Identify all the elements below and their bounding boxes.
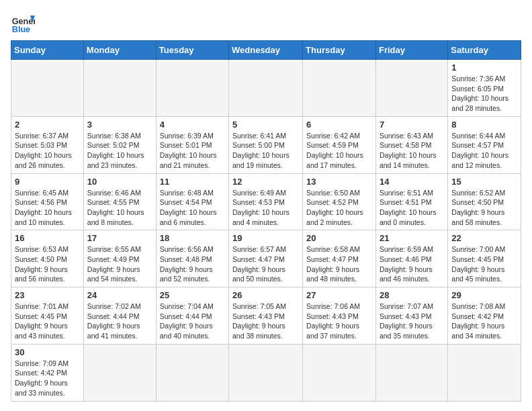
calendar-cell: 7Sunrise: 6:43 AM Sunset: 4:58 PM Daylig…: [375, 116, 447, 173]
calendar-cell: 19Sunrise: 6:57 AM Sunset: 4:47 PM Dayli…: [229, 230, 303, 287]
calendar-cell: [303, 60, 376, 117]
calendar-cell: 11Sunrise: 6:48 AM Sunset: 4:54 PM Dayli…: [156, 173, 228, 230]
day-number: 11: [160, 177, 225, 187]
weekday-header: Sunday: [11, 41, 84, 60]
day-number: 5: [232, 120, 299, 130]
day-info: Sunrise: 7:02 AM Sunset: 4:44 PM Dayligh…: [87, 302, 152, 341]
calendar-cell: [83, 60, 156, 117]
weekday-header: Monday: [83, 41, 156, 60]
day-number: 6: [306, 120, 372, 130]
calendar-cell: 14Sunrise: 6:51 AM Sunset: 4:51 PM Dayli…: [375, 173, 447, 230]
calendar-cell: [375, 344, 447, 401]
day-number: 17: [87, 233, 152, 243]
page-header: General Blue: [11, 11, 521, 35]
calendar-cell: 9Sunrise: 6:45 AM Sunset: 4:56 PM Daylig…: [11, 173, 84, 230]
calendar-cell: 16Sunrise: 6:53 AM Sunset: 4:50 PM Dayli…: [11, 230, 84, 287]
calendar-cell: 27Sunrise: 7:06 AM Sunset: 4:43 PM Dayli…: [303, 287, 376, 345]
calendar-row: 2Sunrise: 6:37 AM Sunset: 5:03 PM Daylig…: [11, 116, 521, 173]
day-info: Sunrise: 7:07 AM Sunset: 4:43 PM Dayligh…: [380, 302, 444, 341]
calendar-cell: 20Sunrise: 6:58 AM Sunset: 4:47 PM Dayli…: [303, 230, 376, 287]
calendar-cell: [156, 60, 228, 117]
day-number: 21: [380, 233, 444, 243]
calendar-cell: [229, 60, 303, 117]
day-info: Sunrise: 6:43 AM Sunset: 4:58 PM Dayligh…: [380, 131, 444, 171]
day-number: 9: [15, 177, 80, 187]
calendar-cell: 21Sunrise: 6:59 AM Sunset: 4:46 PM Dayli…: [375, 230, 447, 287]
calendar-cell: 5Sunrise: 6:41 AM Sunset: 5:00 PM Daylig…: [229, 116, 303, 173]
calendar-cell: 22Sunrise: 7:00 AM Sunset: 4:45 PM Dayli…: [448, 230, 521, 287]
calendar-table: SundayMondayTuesdayWednesdayThursdayFrid…: [11, 40, 521, 402]
calendar-cell: [303, 344, 376, 401]
day-info: Sunrise: 6:37 AM Sunset: 5:03 PM Dayligh…: [15, 131, 80, 171]
logo: General Blue: [11, 11, 35, 35]
weekday-header: Wednesday: [229, 41, 303, 60]
day-number: 3: [87, 120, 152, 130]
weekday-header: Saturday: [448, 41, 521, 60]
day-number: 25: [160, 290, 225, 300]
calendar-row: 1Sunrise: 7:36 AM Sunset: 6:05 PM Daylig…: [11, 60, 521, 117]
weekday-header: Thursday: [303, 41, 376, 60]
day-info: Sunrise: 7:06 AM Sunset: 4:43 PM Dayligh…: [306, 302, 372, 341]
day-number: 1: [451, 62, 517, 73]
day-info: Sunrise: 6:50 AM Sunset: 4:52 PM Dayligh…: [306, 188, 372, 228]
day-number: 18: [160, 233, 225, 243]
day-number: 8: [451, 120, 517, 130]
day-number: 27: [306, 290, 372, 300]
calendar-cell: 1Sunrise: 7:36 AM Sunset: 6:05 PM Daylig…: [448, 60, 521, 117]
day-number: 2: [15, 120, 80, 130]
day-number: 22: [451, 233, 517, 243]
day-info: Sunrise: 7:00 AM Sunset: 4:45 PM Dayligh…: [451, 244, 517, 284]
calendar-cell: 3Sunrise: 6:38 AM Sunset: 5:02 PM Daylig…: [83, 116, 156, 173]
svg-text:Blue: Blue: [12, 25, 30, 34]
day-info: Sunrise: 7:09 AM Sunset: 4:42 PM Dayligh…: [15, 359, 80, 398]
calendar-cell: 15Sunrise: 6:52 AM Sunset: 4:50 PM Dayli…: [448, 173, 521, 230]
day-info: Sunrise: 6:45 AM Sunset: 4:56 PM Dayligh…: [15, 188, 80, 228]
calendar-cell: [83, 344, 156, 401]
calendar-cell: 12Sunrise: 6:49 AM Sunset: 4:53 PM Dayli…: [229, 173, 303, 230]
day-info: Sunrise: 7:36 AM Sunset: 6:05 PM Dayligh…: [451, 74, 517, 113]
calendar-cell: 2Sunrise: 6:37 AM Sunset: 5:03 PM Daylig…: [11, 116, 84, 173]
calendar-cell: [156, 344, 228, 401]
calendar-cell: 8Sunrise: 6:44 AM Sunset: 4:57 PM Daylig…: [448, 116, 521, 173]
calendar-cell: 23Sunrise: 7:01 AM Sunset: 4:45 PM Dayli…: [11, 287, 84, 345]
weekday-header: Tuesday: [156, 41, 228, 60]
day-info: Sunrise: 6:42 AM Sunset: 4:59 PM Dayligh…: [306, 131, 372, 171]
day-number: 16: [15, 233, 80, 243]
day-number: 20: [306, 233, 372, 243]
calendar-cell: 10Sunrise: 6:46 AM Sunset: 4:55 PM Dayli…: [83, 173, 156, 230]
day-info: Sunrise: 6:57 AM Sunset: 4:47 PM Dayligh…: [232, 244, 299, 284]
calendar-row: 16Sunrise: 6:53 AM Sunset: 4:50 PM Dayli…: [11, 230, 521, 287]
calendar-cell: 25Sunrise: 7:04 AM Sunset: 4:44 PM Dayli…: [156, 287, 228, 345]
day-info: Sunrise: 7:05 AM Sunset: 4:43 PM Dayligh…: [232, 302, 299, 341]
weekday-header-row: SundayMondayTuesdayWednesdayThursdayFrid…: [11, 41, 521, 60]
day-info: Sunrise: 6:53 AM Sunset: 4:50 PM Dayligh…: [15, 244, 80, 284]
day-number: 19: [232, 233, 299, 243]
day-info: Sunrise: 6:52 AM Sunset: 4:50 PM Dayligh…: [451, 188, 517, 228]
day-number: 23: [15, 290, 80, 300]
day-number: 7: [380, 120, 444, 130]
day-number: 29: [451, 290, 517, 300]
day-info: Sunrise: 6:46 AM Sunset: 4:55 PM Dayligh…: [87, 188, 152, 228]
calendar-cell: [448, 344, 521, 401]
day-info: Sunrise: 6:49 AM Sunset: 4:53 PM Dayligh…: [232, 188, 299, 228]
calendar-cell: 30Sunrise: 7:09 AM Sunset: 4:42 PM Dayli…: [11, 344, 84, 401]
day-number: 26: [232, 290, 299, 300]
calendar-cell: [375, 60, 447, 117]
day-info: Sunrise: 6:55 AM Sunset: 4:49 PM Dayligh…: [87, 244, 152, 284]
day-info: Sunrise: 6:58 AM Sunset: 4:47 PM Dayligh…: [306, 244, 372, 284]
day-number: 28: [380, 290, 444, 300]
calendar-cell: 26Sunrise: 7:05 AM Sunset: 4:43 PM Dayli…: [229, 287, 303, 345]
calendar-cell: 17Sunrise: 6:55 AM Sunset: 4:49 PM Dayli…: [83, 230, 156, 287]
calendar-cell: 28Sunrise: 7:07 AM Sunset: 4:43 PM Dayli…: [375, 287, 447, 345]
day-number: 12: [232, 177, 299, 187]
calendar-cell: 13Sunrise: 6:50 AM Sunset: 4:52 PM Dayli…: [303, 173, 376, 230]
calendar-row: 23Sunrise: 7:01 AM Sunset: 4:45 PM Dayli…: [11, 287, 521, 345]
day-info: Sunrise: 6:48 AM Sunset: 4:54 PM Dayligh…: [160, 188, 225, 228]
day-info: Sunrise: 7:01 AM Sunset: 4:45 PM Dayligh…: [15, 302, 80, 341]
day-info: Sunrise: 6:38 AM Sunset: 5:02 PM Dayligh…: [87, 131, 152, 171]
logo-icon: General Blue: [11, 11, 35, 35]
weekday-header: Friday: [375, 41, 447, 60]
day-number: 4: [160, 120, 225, 130]
calendar-cell: 4Sunrise: 6:39 AM Sunset: 5:01 PM Daylig…: [156, 116, 228, 173]
day-info: Sunrise: 6:59 AM Sunset: 4:46 PM Dayligh…: [380, 244, 444, 284]
